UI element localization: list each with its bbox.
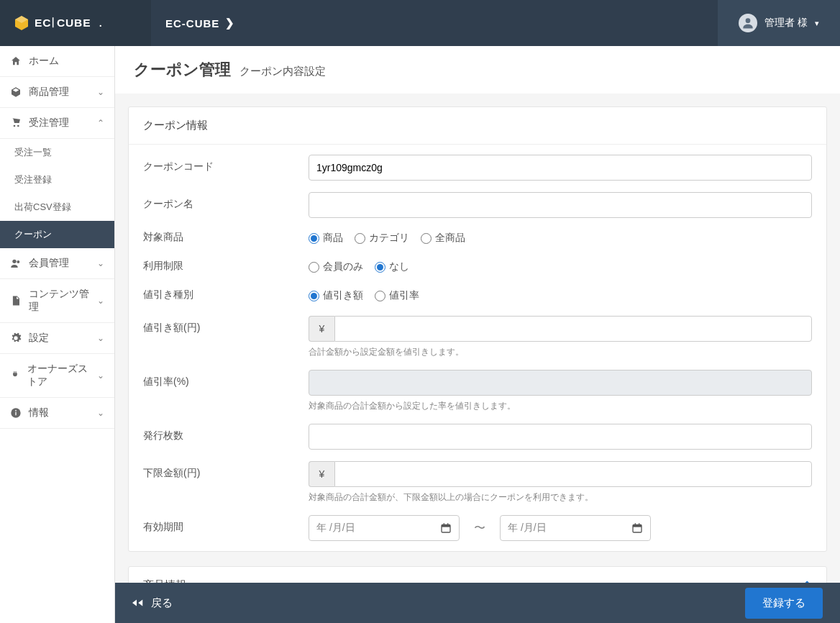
- page-title: クーポン管理: [134, 59, 231, 81]
- info-icon: [10, 407, 22, 419]
- svg-text:CUBE: CUBE: [57, 17, 91, 29]
- nav-coupon[interactable]: クーポン: [0, 221, 114, 248]
- brand-text: ECCUBE: [35, 16, 135, 30]
- yen-prefix: ¥: [309, 316, 334, 342]
- rewind-icon: [132, 598, 145, 608]
- lower-input[interactable]: [334, 461, 812, 487]
- lower-help: 対象商品の合計金額が、下限金額以上の場合にクーポンを利用できます。: [309, 491, 812, 504]
- issue-input[interactable]: [309, 424, 812, 450]
- nav-order-list[interactable]: 受注一覧: [0, 139, 114, 166]
- svg-point-4: [746, 18, 751, 23]
- discount-type-radio-group: 値引き額 値引率: [309, 287, 812, 304]
- chevron-down-icon: ⌄: [97, 258, 104, 268]
- page-header: クーポン管理 クーポン内容設定: [115, 46, 840, 94]
- gear-icon: [10, 332, 22, 344]
- discount-rate-label: 値引率(%): [143, 370, 309, 388]
- end-date-input[interactable]: 年 /月/日: [500, 515, 651, 541]
- footer-bar: 戻る 登録する: [115, 583, 840, 623]
- target-radio-product[interactable]: 商品: [309, 232, 343, 245]
- restrict-radio-member[interactable]: 会員のみ: [309, 260, 363, 273]
- discount-amount-help: 合計金額から設定金額を値引きします。: [309, 346, 812, 358]
- discount-type-label: 値引き種別: [143, 287, 309, 301]
- target-label: 対象商品: [143, 229, 309, 244]
- breadcrumb-text: EC-CUBE: [165, 17, 219, 29]
- users-icon: [10, 258, 22, 269]
- lower-label: 下限金額(円): [143, 461, 309, 480]
- chevron-down-icon: ▾: [815, 19, 819, 28]
- svg-rect-15: [633, 524, 642, 527]
- period-label: 有効期間: [143, 515, 309, 534]
- chevron-down-icon: ⌄: [97, 370, 104, 381]
- calendar-icon: [631, 522, 643, 534]
- discount-rate-help: 対象商品の合計金額から設定した率を値引きします。: [309, 400, 812, 412]
- product-info-header[interactable]: 商品情報 ⌃: [129, 567, 826, 583]
- discount-amount-input[interactable]: [334, 316, 812, 342]
- target-radio-all[interactable]: 全商品: [421, 232, 465, 245]
- user-label: 管理者 様: [764, 17, 808, 29]
- chevron-right-icon: ❯: [225, 17, 235, 29]
- nav-order[interactable]: 受注管理 ⌃: [0, 108, 114, 139]
- chevron-up-icon: ⌃: [97, 118, 104, 128]
- nav-content[interactable]: コンテンツ管理 ⌄: [0, 279, 114, 323]
- file-icon: [10, 295, 22, 306]
- coupon-info-card: クーポン情報 クーポンコード クーポン名 対象商品 商: [128, 106, 827, 552]
- restrict-label: 利用制限: [143, 258, 309, 273]
- svg-text:EC: EC: [35, 17, 51, 29]
- nav-order-register[interactable]: 受注登録: [0, 166, 114, 194]
- nav-member[interactable]: 会員管理 ⌄: [0, 248, 114, 279]
- logo-area: ECCUBE: [0, 0, 151, 46]
- nav-setting[interactable]: 設定 ⌄: [0, 323, 114, 354]
- back-button[interactable]: 戻る: [132, 596, 173, 610]
- target-radio-group: 商品 カテゴリ 全商品: [309, 229, 812, 247]
- svg-point-5: [12, 260, 16, 263]
- breadcrumb[interactable]: EC-CUBE ❯: [151, 17, 718, 29]
- svg-rect-11: [442, 524, 450, 527]
- period-separator: 〜: [474, 521, 485, 536]
- nav-ship-csv[interactable]: 出荷CSV登録: [0, 194, 114, 221]
- svg-rect-8: [15, 412, 16, 416]
- issue-label: 発行枚数: [143, 424, 309, 442]
- restrict-radio-group: 会員のみ なし: [309, 258, 812, 276]
- nav-home[interactable]: ホーム: [0, 46, 114, 77]
- nav-info[interactable]: 情報 ⌄: [0, 398, 114, 429]
- discount-rate-input: [309, 370, 812, 396]
- coupon-info-header: クーポン情報: [129, 107, 826, 144]
- chevron-down-icon: ⌄: [97, 87, 104, 97]
- yen-prefix: ¥: [309, 461, 334, 487]
- chevron-down-icon: ⌄: [97, 333, 104, 343]
- plug-icon: [10, 370, 20, 381]
- chevron-down-icon: ⌄: [97, 296, 104, 306]
- calendar-icon: [440, 522, 452, 534]
- svg-point-6: [17, 260, 19, 263]
- discount-type-amount[interactable]: 値引き額: [309, 289, 363, 302]
- page-subtitle: クーポン内容設定: [239, 65, 326, 78]
- cart-icon: [10, 117, 22, 129]
- avatar-icon: [739, 14, 757, 32]
- code-label: クーポンコード: [143, 155, 309, 173]
- chevron-down-icon: ⌄: [97, 408, 104, 418]
- topbar: ECCUBE EC-CUBE ❯ 管理者 様 ▾: [0, 0, 840, 46]
- cube-icon: [13, 14, 30, 32]
- nav-product[interactable]: 商品管理 ⌄: [0, 77, 114, 108]
- discount-amount-label: 値引き額(円): [143, 316, 309, 335]
- product-info-card: 商品情報 ⌃ 商品の追加: [128, 566, 827, 583]
- start-date-input[interactable]: 年 /月/日: [309, 515, 460, 541]
- brand-logo: ECCUBE: [13, 14, 135, 32]
- svg-rect-1: [52, 17, 54, 27]
- name-label: クーポン名: [143, 192, 309, 211]
- discount-type-rate[interactable]: 値引率: [375, 289, 419, 302]
- user-menu[interactable]: 管理者 様 ▾: [718, 0, 840, 46]
- submit-button[interactable]: 登録する: [745, 588, 823, 619]
- svg-point-3: [100, 25, 101, 27]
- svg-point-9: [15, 410, 17, 411]
- nav-owners[interactable]: オーナーズストア ⌄: [0, 354, 114, 398]
- code-input[interactable]: [309, 155, 812, 181]
- name-input[interactable]: [309, 192, 812, 218]
- restrict-radio-none[interactable]: なし: [375, 260, 409, 273]
- home-icon: [10, 55, 22, 67]
- box-icon: [10, 86, 22, 98]
- sidebar: ホーム 商品管理 ⌄ 受注管理 ⌃ 受注一覧 受注登録 出荷CSV登録 クーポン…: [0, 46, 115, 623]
- target-radio-category[interactable]: カテゴリ: [355, 232, 409, 245]
